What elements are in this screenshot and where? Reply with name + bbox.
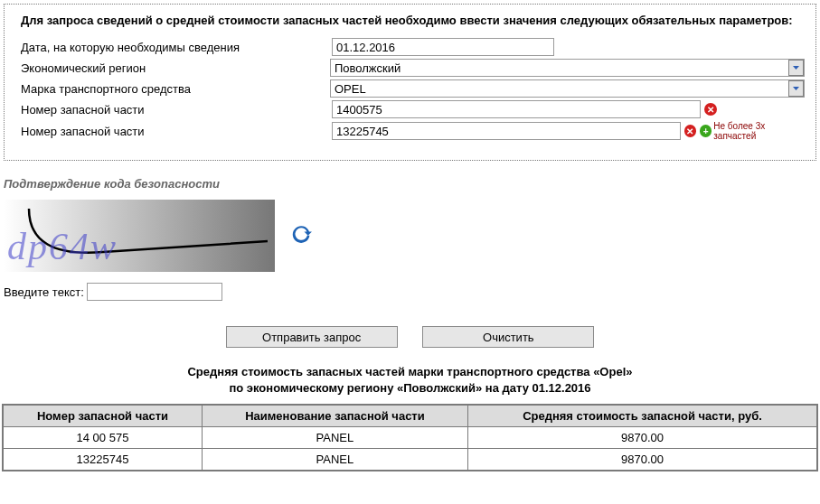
table-header-row: Номер запасной части Наименование запасн… xyxy=(3,405,817,427)
clear-button[interactable]: Очистить xyxy=(422,326,594,348)
no-more-parts-label: Не более 3х запчастей xyxy=(713,121,805,141)
date-input[interactable] xyxy=(332,38,554,56)
captcha-heading: Подтверждение кода безопасности xyxy=(4,177,818,191)
results-heading: Средняя стоимость запасных частей марки … xyxy=(2,364,818,397)
captcha-image: dp64w xyxy=(4,200,275,272)
col-number: Номер запасной части xyxy=(3,405,202,427)
button-row: Отправить запрос Очистить xyxy=(2,326,818,348)
field-row-brand: Марка транспортного средства xyxy=(15,79,805,98)
captcha-input-row: Введите текст: xyxy=(4,283,818,301)
captcha-input-label: Введите текст: xyxy=(4,285,84,299)
col-cost: Средняя стоимость запасной части, руб. xyxy=(467,405,817,427)
remove-part-icon[interactable]: ✕ xyxy=(684,125,696,137)
field-row-date: Дата, на которую необходимы сведения xyxy=(15,38,805,56)
add-part-icon[interactable]: + xyxy=(700,125,712,137)
cell-name: PANEL xyxy=(202,449,467,471)
brand-select[interactable] xyxy=(330,79,805,98)
label-region: Экономический регион xyxy=(15,61,330,75)
part-input-1[interactable] xyxy=(332,100,701,118)
chevron-down-icon[interactable] xyxy=(788,60,804,76)
label-part-2: Номер запасной части xyxy=(15,125,332,138)
form-title: Для запроса сведений о средней стоимости… xyxy=(21,14,805,27)
parameter-box: Для запроса сведений о средней стоимости… xyxy=(4,4,816,161)
table-row: 13225745 PANEL 9870.00 xyxy=(3,449,817,471)
label-date: Дата, на которую необходимы сведения xyxy=(15,41,332,54)
results-table: Номер запасной части Наименование запасн… xyxy=(2,404,818,471)
cell-cost: 9870.00 xyxy=(467,449,817,471)
cell-number: 14 00 575 xyxy=(3,427,202,449)
refresh-icon[interactable] xyxy=(291,224,313,248)
table-row: 14 00 575 PANEL 9870.00 xyxy=(3,427,817,449)
field-row-region: Экономический регион xyxy=(15,59,805,77)
results-heading-line1: Средняя стоимость запасных частей марки … xyxy=(187,365,632,378)
col-name: Наименование запасной части xyxy=(202,405,467,427)
label-part-1: Номер запасной части xyxy=(15,103,332,117)
captcha-row: dp64w xyxy=(2,200,818,272)
svg-marker-1 xyxy=(793,87,799,90)
remove-part-icon[interactable]: ✕ xyxy=(704,103,717,116)
field-row-part-1: Номер запасной части ✕ xyxy=(15,100,805,118)
submit-button[interactable]: Отправить запрос xyxy=(226,326,398,348)
results-heading-line2: по экономическому региону «Поволжский» н… xyxy=(229,381,590,395)
chevron-down-icon[interactable] xyxy=(788,80,804,97)
cell-name: PANEL xyxy=(202,427,467,449)
region-select[interactable] xyxy=(330,59,805,77)
cell-number: 13225745 xyxy=(3,449,202,471)
part-input-2[interactable] xyxy=(332,122,681,140)
svg-marker-0 xyxy=(793,66,799,70)
captcha-input[interactable] xyxy=(87,283,222,301)
captcha-text: dp64w xyxy=(7,225,118,268)
label-brand: Марка транспортного средства xyxy=(15,82,330,96)
field-row-part-2: Номер запасной части ✕ + Не более 3х зап… xyxy=(15,121,805,141)
cell-cost: 9870.00 xyxy=(467,427,817,449)
